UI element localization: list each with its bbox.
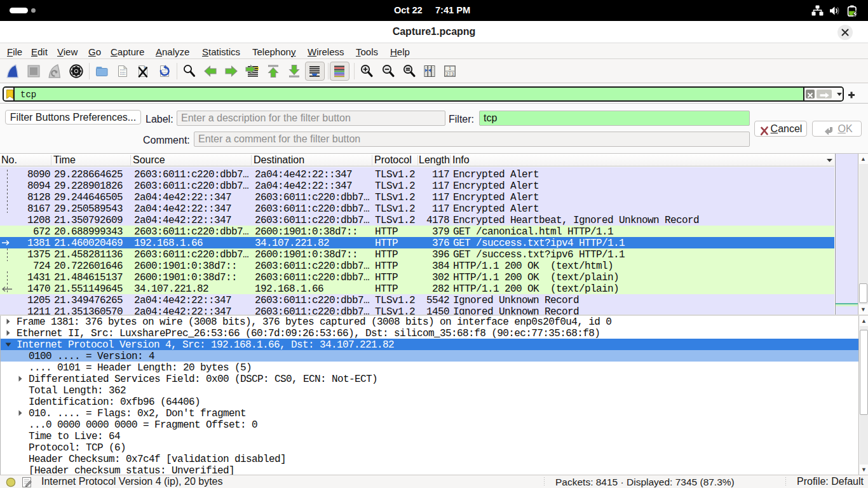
svg-text:0101: 0101 [120,73,126,76]
svg-text:3: 3 [451,72,454,76]
svg-text:1: 1 [449,66,451,71]
svg-text:2: 2 [446,72,449,76]
